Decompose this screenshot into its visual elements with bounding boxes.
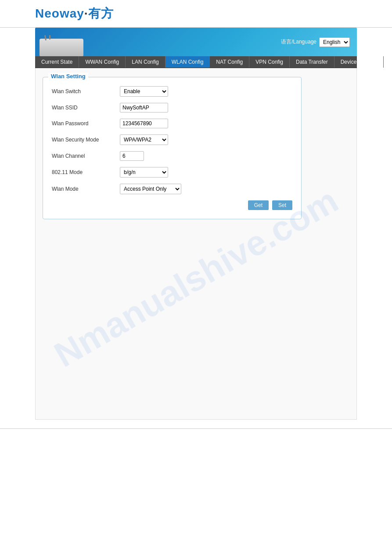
wlan-switch-label: Wlan Switch	[52, 88, 120, 94]
nav-vpn-config[interactable]: VPN Config	[249, 56, 290, 68]
language-dropdown[interactable]: English 中文	[319, 37, 350, 47]
logo-neoway: Neoway	[35, 7, 84, 20]
nav-bar: Current State WWAN Config LAN Config WLA…	[35, 56, 357, 68]
wlan-mode-row: Wlan Mode Access Point Only Client Only …	[52, 184, 292, 194]
language-label: 语言/Language	[281, 38, 316, 46]
wlan-ssid-input[interactable]	[120, 103, 168, 112]
wlan-security-mode-label: Wlan Security Mode	[52, 137, 120, 143]
set-button[interactable]: Set	[272, 200, 292, 210]
device-image	[40, 32, 88, 56]
footer-line	[0, 428, 392, 433]
main-content: Wlan Setting Wlan Switch Enable Disable …	[35, 68, 357, 420]
wlan-setting-box: Wlan Setting Wlan Switch Enable Disable …	[43, 77, 302, 219]
wlan-switch-row: Wlan Switch Enable Disable	[52, 86, 292, 97]
wlan-security-mode-row: Wlan Security Mode WPA/WPA2 WPA WPA2 Non…	[52, 134, 292, 145]
router-icon	[40, 39, 83, 56]
button-area: Get Set	[52, 200, 292, 210]
nav-wwan-config[interactable]: WWAN Config	[79, 56, 126, 68]
mode-802-11-row: 802.11 Mode b/g/n b/g b g n	[52, 167, 292, 178]
nav-wlan-config[interactable]: WLAN Config	[165, 56, 210, 68]
logo-bar: Neoway·有方	[0, 0, 392, 28]
logo-chinese: 有方	[88, 7, 114, 20]
wlan-setting-title: Wlan Setting	[48, 73, 88, 80]
wlan-password-row: Wlan Password	[52, 119, 292, 128]
language-selector[interactable]: 语言/Language English 中文	[281, 37, 350, 47]
wlan-password-input[interactable]	[120, 119, 168, 128]
nav-current-state[interactable]: Current State	[35, 56, 79, 68]
wlan-security-mode-select[interactable]: WPA/WPA2 WPA WPA2 None	[120, 134, 168, 145]
nav-lan-config[interactable]: LAN Config	[126, 56, 165, 68]
nav-device-manage[interactable]: Device Manage	[334, 56, 384, 68]
wlan-channel-row: Wlan Channel	[52, 151, 292, 161]
wlan-channel-label: Wlan Channel	[52, 153, 120, 159]
nav-logout[interactable]: Logout	[384, 56, 392, 68]
get-button[interactable]: Get	[248, 200, 269, 210]
mode-802-11-label: 802.11 Mode	[52, 169, 120, 175]
wlan-channel-input[interactable]	[120, 151, 144, 161]
wlan-switch-select[interactable]: Enable Disable	[120, 86, 168, 97]
wlan-ssid-row: Wlan SSID	[52, 103, 292, 112]
mode-802-11-select[interactable]: b/g/n b/g b g n	[120, 167, 168, 178]
banner: 语言/Language English 中文	[35, 28, 357, 56]
nav-nat-config[interactable]: NAT Config	[210, 56, 249, 68]
wlan-ssid-label: Wlan SSID	[52, 105, 120, 111]
logo: Neoway·有方	[35, 7, 114, 20]
nav-data-transfer[interactable]: Data Transfer	[290, 56, 334, 68]
wlan-mode-select[interactable]: Access Point Only Client Only Access Poi…	[120, 184, 181, 194]
wlan-password-label: Wlan Password	[52, 120, 120, 127]
wlan-mode-label: Wlan Mode	[52, 186, 120, 192]
